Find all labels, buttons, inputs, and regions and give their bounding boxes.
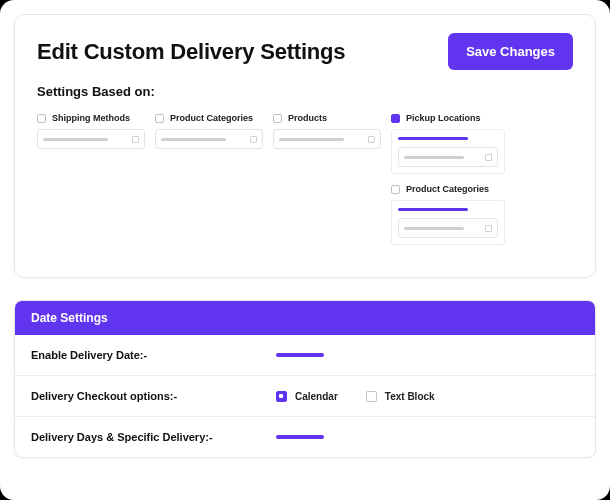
row-label: Enable Delivery Date:- (31, 349, 276, 361)
date-settings-card: Date Settings Enable Delivery Date:- Del… (14, 300, 596, 458)
placeholder-line (43, 138, 108, 141)
panel-pickup-locations (391, 129, 505, 174)
row-enable-delivery-date: Enable Delivery Date:- (15, 335, 595, 376)
select-shipping-methods[interactable] (37, 129, 145, 149)
col-product-categories-1: Product Categories (155, 113, 263, 157)
option-shipping-methods[interactable]: Shipping Methods (37, 113, 145, 123)
row-checkout-options: Delivery Checkout options:- Calendar Tex… (15, 376, 595, 417)
row-label: Delivery Checkout options:- (31, 390, 276, 402)
option-label: Product Categories (170, 113, 253, 123)
row-label: Delivery Days & Specific Delivery:- (31, 431, 276, 443)
settings-based-on-heading: Settings Based on: (37, 84, 573, 99)
option-product-categories-1[interactable]: Product Categories (155, 113, 263, 123)
checkbox-icon (37, 114, 46, 123)
option-label: Pickup Locations (406, 113, 481, 123)
settings-columns: Shipping Methods Product Categories (37, 113, 573, 255)
chevron-down-icon (250, 136, 257, 143)
option-label: Calendar (295, 391, 338, 402)
checkbox-icon (155, 114, 164, 123)
col-products: Products (273, 113, 381, 157)
save-button[interactable]: Save Changes (448, 33, 573, 70)
option-pickup-locations[interactable]: Pickup Locations (391, 113, 505, 123)
accent-bar (398, 137, 468, 140)
chevron-down-icon (132, 136, 139, 143)
panel-product-categories-2 (391, 200, 505, 245)
option-product-categories-2[interactable]: Product Categories (391, 184, 505, 194)
app-root: Edit Custom Delivery Settings Save Chang… (0, 0, 610, 500)
date-settings-heading: Date Settings (15, 301, 595, 335)
row-days-specific: Delivery Days & Specific Delivery:- (15, 417, 595, 457)
card-header: Edit Custom Delivery Settings Save Chang… (37, 33, 573, 70)
placeholder-line (279, 138, 344, 141)
checkout-options-group: Calendar Text Block (276, 391, 435, 402)
toggle-days-specific[interactable] (276, 435, 324, 439)
option-label: Products (288, 113, 327, 123)
page-title: Edit Custom Delivery Settings (37, 39, 345, 65)
toggle-enable-delivery-date[interactable] (276, 353, 324, 357)
placeholder-line (404, 156, 464, 159)
checkbox-icon (273, 114, 282, 123)
chevron-down-icon (368, 136, 375, 143)
option-text-block[interactable]: Text Block (366, 391, 435, 402)
option-label: Product Categories (406, 184, 489, 194)
settings-card: Edit Custom Delivery Settings Save Chang… (14, 14, 596, 278)
select-product-categories-1[interactable] (155, 129, 263, 149)
select-product-categories-2[interactable] (398, 218, 498, 238)
checkbox-icon (366, 391, 377, 402)
checkbox-icon (391, 185, 400, 194)
option-calendar[interactable]: Calendar (276, 391, 338, 402)
col-pickup-locations: Pickup Locations Product Categories (391, 113, 505, 255)
placeholder-line (404, 227, 464, 230)
chevron-down-icon (485, 154, 492, 161)
option-products[interactable]: Products (273, 113, 381, 123)
col-shipping-methods: Shipping Methods (37, 113, 145, 157)
option-label: Text Block (385, 391, 435, 402)
select-pickup-locations[interactable] (398, 147, 498, 167)
chevron-down-icon (485, 225, 492, 232)
checkbox-icon (391, 114, 400, 123)
placeholder-line (161, 138, 226, 141)
option-label: Shipping Methods (52, 113, 130, 123)
accent-bar (398, 208, 468, 211)
checkbox-icon (276, 391, 287, 402)
select-products[interactable] (273, 129, 381, 149)
